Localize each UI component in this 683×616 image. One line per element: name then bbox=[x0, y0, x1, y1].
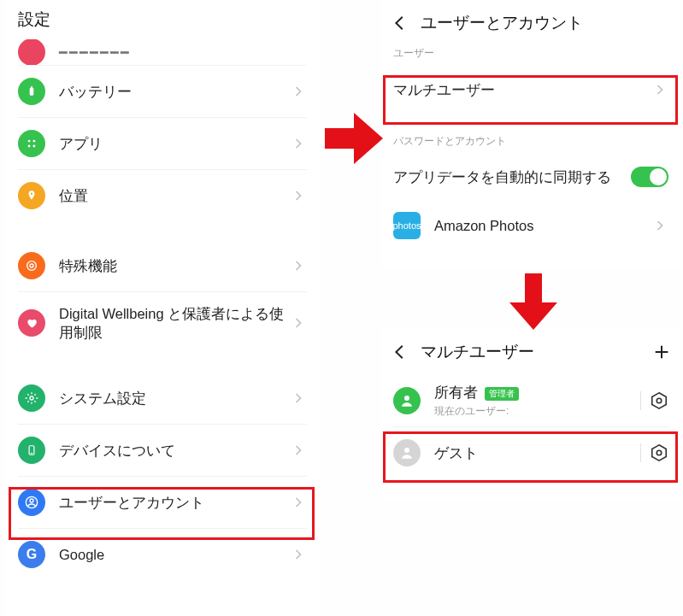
list-item-device[interactable]: デバイスについて bbox=[6, 425, 319, 476]
chevron-right-icon bbox=[290, 390, 307, 407]
list-item-multiuser[interactable]: マルチユーザー bbox=[381, 66, 680, 114]
guest-avatar-icon bbox=[393, 439, 421, 466]
svg-point-17 bbox=[657, 398, 662, 403]
list-item-system[interactable]: システム設定 bbox=[6, 373, 319, 424]
add-user-button[interactable] bbox=[651, 342, 672, 362]
users-icon bbox=[18, 489, 45, 516]
user-row-owner[interactable]: 所有者 管理者 現在のユーザー: bbox=[381, 375, 680, 426]
list-item-location[interactable]: 位置 bbox=[6, 170, 319, 221]
battery-icon bbox=[18, 78, 45, 105]
wellbeing-icon bbox=[18, 309, 45, 337]
list-item-special[interactable]: 特殊機能 bbox=[6, 240, 319, 291]
svg-point-3 bbox=[32, 140, 35, 143]
device-icon bbox=[18, 437, 45, 464]
users-accounts-screen: ユーザーとアカウント ユーザー マルチユーザー パスワードとアカウント アプリデ… bbox=[381, 0, 680, 269]
settings-title: 設定 bbox=[6, 0, 319, 39]
chevron-right-icon bbox=[651, 217, 668, 234]
system-icon bbox=[18, 384, 45, 412]
svg-marker-19 bbox=[652, 445, 667, 461]
svg-rect-1 bbox=[31, 86, 32, 88]
apps-icon bbox=[18, 130, 45, 157]
svg-point-7 bbox=[27, 261, 37, 271]
list-item-google[interactable]: G Google bbox=[6, 529, 319, 580]
chevron-right-icon bbox=[290, 494, 307, 511]
chevron-right-icon bbox=[290, 442, 307, 459]
chevron-right-icon bbox=[290, 257, 307, 274]
chevron-right-icon bbox=[290, 135, 307, 152]
user-row-guest[interactable]: ゲスト bbox=[381, 427, 680, 478]
owner-avatar-icon bbox=[393, 387, 421, 414]
arrow-down-icon bbox=[509, 273, 557, 330]
chevron-right-icon bbox=[290, 546, 307, 563]
owner-badge: 管理者 bbox=[485, 387, 519, 401]
screen-title: ユーザーとアカウント bbox=[421, 12, 583, 34]
screen-title: マルチユーザー bbox=[421, 341, 534, 363]
section-label-password-account: パスワードとアカウント bbox=[381, 134, 680, 154]
svg-point-11 bbox=[30, 499, 33, 502]
list-item-cropped[interactable]: ━━━━━━━ bbox=[6, 39, 319, 65]
svg-point-8 bbox=[30, 396, 33, 400]
list-item-battery[interactable]: バッテリー bbox=[6, 66, 319, 117]
chevron-right-icon bbox=[651, 81, 668, 98]
list-item-apps[interactable]: アプリ bbox=[6, 118, 319, 169]
chevron-right-icon bbox=[290, 83, 307, 100]
google-icon: G bbox=[18, 541, 45, 568]
svg-point-20 bbox=[657, 450, 662, 455]
owner-sublabel: 現在のユーザー: bbox=[434, 404, 632, 419]
amazon-photos-icon: photos bbox=[393, 212, 421, 239]
settings-screen: 設定 ━━━━━━━ バッテリー アプリ 位置 特殊機能 bbox=[6, 0, 319, 616]
back-button[interactable] bbox=[390, 342, 410, 362]
user-settings-icon[interactable] bbox=[650, 443, 668, 462]
svg-point-5 bbox=[32, 144, 35, 147]
chevron-right-icon bbox=[290, 187, 307, 204]
section-label-user: ユーザー bbox=[381, 46, 680, 66]
special-icon bbox=[18, 252, 45, 279]
list-item-sync[interactable]: アプリデータを自動的に同期する bbox=[381, 154, 680, 200]
svg-point-2 bbox=[28, 140, 31, 143]
back-button[interactable] bbox=[390, 13, 410, 33]
svg-point-6 bbox=[30, 264, 33, 267]
svg-point-18 bbox=[404, 448, 409, 453]
list-item-users-accounts[interactable]: ユーザーとアカウント bbox=[6, 477, 319, 528]
user-settings-icon[interactable] bbox=[650, 391, 668, 410]
sync-toggle[interactable] bbox=[631, 167, 668, 187]
svg-point-15 bbox=[404, 396, 409, 401]
svg-rect-0 bbox=[30, 88, 34, 96]
svg-marker-16 bbox=[652, 393, 667, 408]
location-icon bbox=[18, 182, 45, 209]
list-item-amazon-photos[interactable]: photos Amazon Photos bbox=[381, 200, 680, 251]
chevron-right-icon bbox=[290, 314, 307, 331]
svg-point-4 bbox=[28, 144, 31, 147]
owner-label: 所有者 bbox=[434, 384, 478, 400]
list-item-wellbeing[interactable]: Digital Wellbeing と保護者による使用制限 bbox=[6, 292, 319, 354]
multiuser-screen: マルチユーザー 所有者 管理者 現在のユーザー: ゲスト bbox=[381, 329, 680, 500]
arrow-right-icon bbox=[325, 113, 383, 164]
